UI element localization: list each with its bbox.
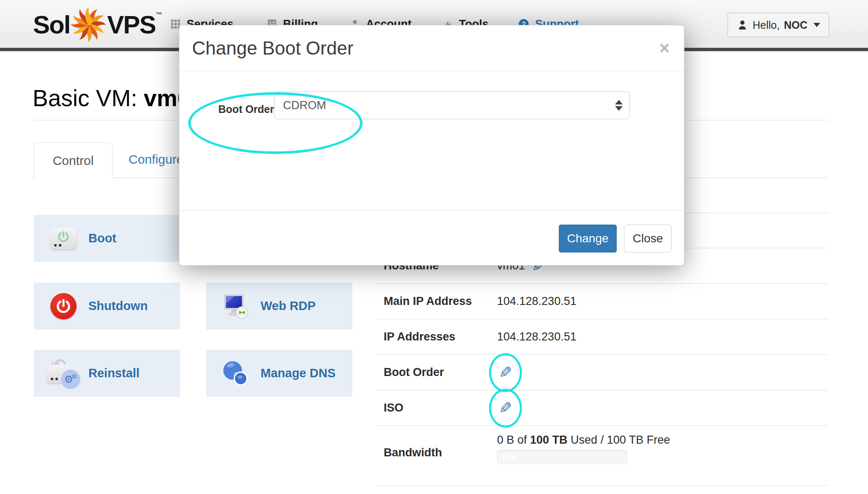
bandwidth-progress-label: 0% <box>497 450 627 464</box>
reinstall-button[interactable]: ⟲ ⚙⚙ Reinstall <box>34 350 180 397</box>
screen: Sol VPS ™ <box>0 0 868 494</box>
edit-boot-order-icon[interactable]: ✎ <box>499 365 512 381</box>
table-row-bandwidth: Bandwidth 0 B of 100 TB Used / 100 TB Fr… <box>376 426 828 486</box>
web-rdp-label: Web RDP <box>261 299 316 313</box>
tab-control[interactable]: Control <box>34 143 113 178</box>
boot-order-label: Boot Order <box>376 366 497 379</box>
tab-configure[interactable]: Configure <box>129 152 184 167</box>
modal-footer: Change Close <box>179 210 684 266</box>
reinstall-label: Reinstall <box>88 366 140 380</box>
solvps-logo[interactable]: Sol VPS ™ <box>33 8 162 41</box>
modal-title: Change Boot Order <box>192 38 354 59</box>
logo-sol-text: Sol <box>33 10 70 39</box>
edit-iso-icon[interactable]: ✎ <box>499 400 512 416</box>
change-boot-order-modal: Change Boot Order × Boot Order CDROM Cha… <box>179 25 684 266</box>
close-button[interactable]: Close <box>624 225 672 252</box>
reinstall-icon: ⟲ ⚙⚙ <box>43 360 83 387</box>
table-row-boot-order: Boot Order ✎ <box>376 355 828 390</box>
bandwidth-label: Bandwidth <box>376 446 497 459</box>
page-title: Basic VM: vm01 <box>33 85 203 112</box>
logo-trademark: ™ <box>155 11 162 19</box>
table-row-ip-addresses: IP Addresses 104.128.230.51 <box>376 319 828 355</box>
shutdown-icon <box>43 293 83 319</box>
boot-order-field-label: Boot Order <box>210 103 274 115</box>
modal-header: Change Boot Order × <box>179 25 684 71</box>
main-ip-value: 104.128.230.51 <box>497 295 577 308</box>
boot-label: Boot <box>88 231 116 245</box>
logo-vps-text: VPS <box>107 10 155 39</box>
bandwidth-progress-bar: 0% <box>497 450 627 464</box>
manage-dns-label: Manage DNS <box>261 366 335 380</box>
user-icon <box>736 19 748 31</box>
bandwidth-usage-text: 0 B of 100 TB Used / 100 TB Free <box>497 434 670 447</box>
modal-body: Boot Order CDROM <box>179 71 684 210</box>
web-rdp-icon <box>215 293 255 320</box>
ip-addresses-label: IP Addresses <box>376 330 497 343</box>
table-row-iso: ISO ✎ <box>376 390 828 426</box>
shutdown-label: Shutdown <box>88 299 148 313</box>
boot-button[interactable]: Boot <box>34 215 180 262</box>
iso-label: ISO <box>376 401 497 414</box>
caret-down-icon <box>813 23 820 27</box>
change-button[interactable]: Change <box>559 225 617 252</box>
main-ip-label: Main IP Address <box>376 295 497 308</box>
boot-order-selected-value: CDROM <box>283 99 326 112</box>
web-rdp-button[interactable]: Web RDP <box>206 283 352 329</box>
manage-dns-icon <box>215 360 255 387</box>
shutdown-button[interactable]: Shutdown <box>34 283 180 329</box>
user-name: NOC <box>784 19 808 31</box>
select-arrows-icon <box>615 100 623 111</box>
user-menu-button[interactable]: Hello, NOC <box>728 13 829 37</box>
sun-logo-icon <box>71 8 106 41</box>
ip-addresses-value: 104.128.230.51 <box>497 330 577 343</box>
table-row-main-ip: Main IP Address 104.128.230.51 <box>376 284 828 319</box>
boot-icon <box>43 228 83 250</box>
close-icon[interactable]: × <box>659 39 670 57</box>
manage-dns-button[interactable]: Manage DNS <box>206 350 352 397</box>
user-greeting: Hello, <box>753 19 780 31</box>
boot-order-select[interactable]: CDROM <box>274 91 630 119</box>
